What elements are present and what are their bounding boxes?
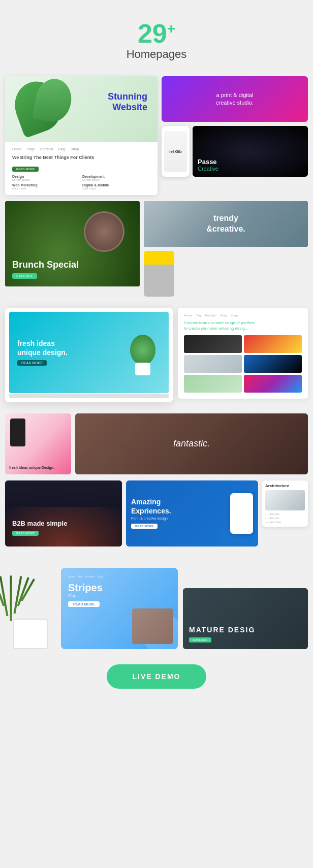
- stunning-line1: Stunning: [108, 91, 147, 102]
- abstract-text: fresh ideas unique Design.: [9, 466, 54, 469]
- right-row2: trendy &creative.: [144, 201, 308, 297]
- laptop-read-more[interactable]: READ MORE: [17, 360, 47, 366]
- service-digital: Digital & Mobileclick more: [82, 183, 150, 190]
- plant-leaves: [130, 335, 155, 365]
- row4: fresh ideas unique Design. fantastic.: [5, 413, 308, 474]
- trendy-creative-card[interactable]: trendy &creative.: [144, 201, 308, 247]
- right-column-1: a print & digital creative studio. iel G…: [162, 76, 308, 177]
- chair-shape: [132, 608, 173, 644]
- mature-text: MATURE DESIG EXPLORE: [189, 626, 255, 643]
- trendy-text: trendy &creative.: [206, 213, 245, 235]
- stunning-text: Stunning Website: [108, 91, 147, 113]
- service-marketing: Web Marketingclick more: [12, 183, 80, 190]
- portfolio-card[interactable]: HomeTagPortfolioBlogShop Choose from our…: [178, 308, 308, 399]
- brunch-special-card[interactable]: Brunch Special EXPLORE: [5, 201, 140, 286]
- stripes-title: Stripes Chair. READ MORE: [68, 582, 171, 607]
- portfolio-title: Choose from our wide range of portfolio …: [184, 320, 302, 331]
- plant-container: [10, 568, 51, 649]
- right-col3: HomeTagPortfolioBlogShop Choose from our…: [178, 308, 308, 399]
- portfolio-img-3: [184, 355, 242, 373]
- yellow-phone-bg: [144, 251, 174, 297]
- b2b-text: B2B made simple READ MORE: [12, 520, 67, 536]
- phone-mockup: iel Gib: [162, 126, 190, 177]
- brunch-title: Brunch Special: [12, 260, 79, 270]
- card-nav: Home Page Portfolio Blog Shop: [12, 147, 150, 151]
- passe-creative-card[interactable]: Passe Creative: [193, 126, 308, 177]
- mature-title: MATURE DESIG: [189, 626, 255, 634]
- read-more-btn[interactable]: READ MORE: [12, 167, 39, 172]
- plant-pot: [135, 363, 150, 375]
- laptop-mockup: fresh ideas unique design. READ MORE: [5, 308, 173, 402]
- yellow-phone-card[interactable]: [144, 251, 174, 297]
- print-digital-card[interactable]: a print & digital creative studio.: [162, 76, 308, 122]
- b2b-card[interactable]: B2B made simple READ MORE: [5, 480, 122, 546]
- row2: Brunch Special EXPLORE trendy &creative.: [5, 201, 308, 297]
- amazing-subtitle: Front & creative design: [131, 517, 230, 520]
- header: 29+ Homepages: [0, 15, 313, 76]
- live-demo-section: LIVE DEMO: [0, 649, 313, 694]
- services-grid: DesignLorem ipsum DevelopmentLorem ipsum…: [12, 175, 150, 190]
- b2b-btn[interactable]: READ MORE: [12, 531, 39, 536]
- passe-label: Passe: [198, 158, 218, 166]
- portfolio-nav: HomeTagPortfolioBlogShop: [184, 314, 302, 317]
- portfolio-img-4: [244, 355, 302, 373]
- arch-title: Architecture: [265, 484, 305, 488]
- stripes-chair-card[interactable]: HomeTagPortfolioBlog Stripes Chair. READ…: [61, 568, 178, 649]
- row6: HomeTagPortfolioBlog Stripes Chair. READ…: [5, 553, 308, 649]
- service-design: DesignLorem ipsum: [12, 175, 80, 181]
- grass-blades: [3, 575, 23, 621]
- amazing-title: Amazing Expriences.: [131, 497, 230, 516]
- fantastic-text: fantastic.: [173, 438, 210, 449]
- stunning-line2: Website: [108, 102, 147, 113]
- homepage-count: 29+: [0, 20, 313, 47]
- row1: Stunning Website Home Page Portfolio Blo…: [5, 76, 308, 195]
- architecture-card[interactable]: Architecture ── Item one ── Item two ── …: [262, 480, 308, 527]
- stripes-line2: Chair.: [68, 593, 171, 598]
- stripes-nav: HomeTagPortfolioBlog: [68, 575, 171, 578]
- laptop-card[interactable]: fresh ideas unique design. READ MORE: [5, 308, 173, 402]
- portfolio-grid: [184, 335, 302, 393]
- homepage-subtitle: Homepages: [0, 48, 313, 61]
- stripes-line1: Stripes: [68, 582, 171, 593]
- laptop-text-area: fresh ideas unique design. READ MORE: [17, 339, 125, 366]
- row5: B2B made simple READ MORE Amazing Exprie…: [5, 480, 308, 546]
- amazing-phone: [230, 493, 253, 534]
- card-top-image: Stunning Website: [5, 76, 158, 142]
- phone-inner: iel Gib: [164, 131, 187, 172]
- brunch-plate: [84, 211, 124, 252]
- laptop-plant: [125, 330, 161, 375]
- laptop-title: fresh ideas unique design.: [17, 339, 125, 357]
- mature-design-card[interactable]: MATURE DESIG EXPLORE: [183, 588, 308, 649]
- print-text: a print & digital creative studio.: [168, 91, 302, 107]
- grid-section: Stunning Website Home Page Portfolio Blo…: [0, 76, 313, 649]
- stunning-website-card[interactable]: Stunning Website Home Page Portfolio Blo…: [5, 76, 158, 195]
- brunch-text: Brunch Special EXPLORE: [12, 260, 79, 279]
- chair-image: [132, 608, 173, 644]
- creative-label: Creative: [198, 166, 218, 172]
- passe-text: Passe Creative: [198, 158, 218, 172]
- live-demo-button[interactable]: LIVE DEMO: [107, 664, 206, 689]
- grass-blade-3: [10, 575, 12, 621]
- arch-items: ── Item one ── Item two ── Item three: [265, 512, 305, 524]
- standalone-plant: [5, 558, 56, 649]
- arch-item-2: ── Item two: [265, 517, 305, 520]
- brunch-btn[interactable]: EXPLORE: [12, 273, 37, 279]
- abstract-card[interactable]: fresh ideas unique Design.: [5, 413, 71, 474]
- arch-image: [265, 490, 305, 510]
- page-wrapper: 29+ Homepages Stunning Website Home: [0, 0, 313, 714]
- row3: fresh ideas unique design. READ MORE: [5, 303, 308, 407]
- stripes-btn[interactable]: READ MORE: [68, 601, 100, 607]
- bring-title: We Bring The Best Things For Clients: [12, 155, 150, 161]
- abstract-phone: [10, 419, 25, 446]
- amazing-btn[interactable]: READ MORE: [131, 524, 158, 529]
- portfolio-img-2: [244, 335, 302, 353]
- arch-item-1: ── Item one: [265, 512, 305, 516]
- card-bottom-content: Home Page Portfolio Blog Shop We Bring T…: [5, 142, 158, 195]
- fantastic-card[interactable]: fantastic.: [75, 413, 308, 474]
- amazing-card[interactable]: Amazing Expriences. Front & creative des…: [126, 480, 258, 546]
- mature-btn[interactable]: EXPLORE: [189, 637, 211, 642]
- laptop-base: [9, 394, 169, 398]
- portfolio-img-6: [244, 375, 302, 393]
- laptop-screen: fresh ideas unique design. READ MORE: [9, 312, 169, 393]
- service-development: DevelopmentLorem ipsum: [82, 175, 150, 181]
